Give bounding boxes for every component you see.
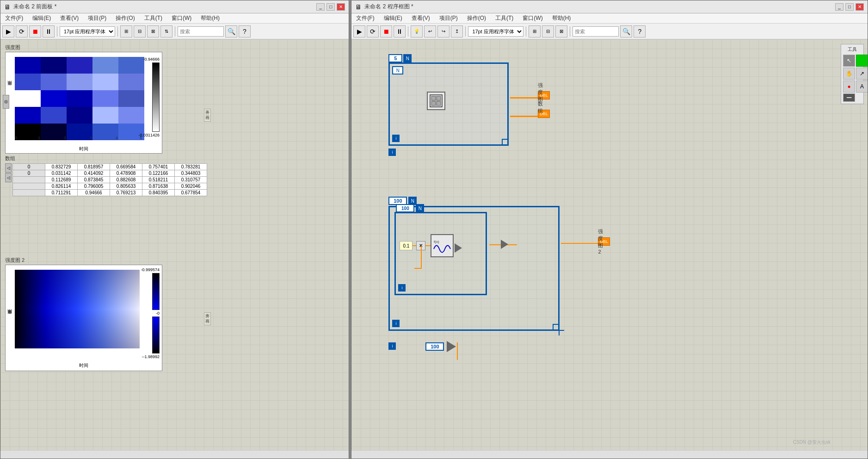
- top-for-loop[interactable]: N i: [388, 62, 509, 146]
- abort-button-right[interactable]: ⏹: [380, 25, 392, 37]
- cell-4-0: 0.711291: [45, 190, 78, 196]
- left-window: 🖥 未命名 2 前面板 * _ □ ✕ 文件(F) 编辑(E) 查看(V) 项目…: [0, 0, 349, 459]
- const-01[interactable]: 0.1: [400, 241, 412, 250]
- menu-edit-left[interactable]: 编辑(E): [30, 13, 54, 23]
- cell-1-idx: 0: [13, 170, 45, 177]
- menu-help-right[interactable]: 帮助(H): [549, 13, 574, 23]
- cell-4-2: 0.769213: [110, 190, 142, 196]
- cell-2-2: [67, 90, 92, 107]
- resize-button[interactable]: ⊠: [147, 25, 159, 37]
- cell-4-3: [92, 57, 118, 74]
- run-continuous-button[interactable]: ⟳: [16, 25, 28, 37]
- menu-operate-right[interactable]: 操作(O): [464, 13, 489, 23]
- cell-4-1: [41, 57, 67, 74]
- font-select-right[interactable]: 17pt 应用程序字体: [468, 26, 523, 37]
- left-window-title: 未命名 2 前面板 *: [13, 3, 56, 11]
- menu-project-right[interactable]: 项目(P): [437, 13, 461, 23]
- sine-function-block[interactable]: f(x): [431, 234, 454, 257]
- maximize-button-right[interactable]: □: [845, 3, 854, 11]
- tool-red[interactable]: ●: [843, 81, 855, 93]
- cell-3-3: [92, 74, 118, 90]
- align-button[interactable]: ⊞: [120, 25, 132, 37]
- inner-n-label2: N: [416, 204, 424, 212]
- menu-help-left[interactable]: 帮助(H): [198, 13, 222, 23]
- menu-view-right[interactable]: 查看(V): [409, 13, 433, 23]
- intensity-chart-2-container: 强度图 2: [5, 257, 162, 371]
- menu-window-left[interactable]: 窗口(W): [169, 13, 194, 23]
- menu-tools-left[interactable]: 工具(T): [142, 13, 165, 23]
- cell-0-1: [41, 124, 67, 140]
- run-button-right[interactable]: ▶: [353, 25, 365, 37]
- cell-1-1: 0.414092: [78, 170, 110, 177]
- pause-button[interactable]: ⏸: [43, 25, 55, 37]
- abort-button[interactable]: ⏹: [29, 25, 41, 37]
- search-input-left[interactable]: [178, 26, 224, 37]
- reorder-button[interactable]: ⇅: [160, 25, 172, 37]
- run-continuous-button-right[interactable]: ⟳: [367, 25, 379, 37]
- tool-arrow[interactable]: ↗: [856, 68, 868, 80]
- help-button-left[interactable]: ?: [239, 25, 251, 37]
- watermark: CSDN @萤火虫sk: [793, 439, 831, 446]
- highlight-button[interactable]: 💡: [411, 25, 423, 37]
- distribute-button[interactable]: ⊟: [134, 25, 146, 37]
- bottom-for-loop[interactable]: 100 N 0.1 × f(x): [388, 206, 560, 331]
- inner-n-value[interactable]: 100: [396, 204, 414, 212]
- step-over-button[interactable]: ↪: [437, 25, 449, 37]
- close-button-right[interactable]: ✕: [856, 3, 864, 11]
- search-input-right[interactable]: [573, 26, 619, 37]
- menu-view-left[interactable]: 查看(V): [57, 13, 81, 23]
- pause-button-right[interactable]: ⏸: [394, 25, 406, 37]
- tool-text[interactable]: A: [856, 81, 868, 93]
- align-button-right[interactable]: ⊞: [529, 25, 541, 37]
- menu-file-left[interactable]: 文件(F): [2, 13, 26, 23]
- tool-hand[interactable]: ✋: [843, 68, 855, 80]
- close-button[interactable]: ✕: [337, 3, 345, 11]
- cell-0-idx: 0: [13, 164, 45, 170]
- menu-window-right[interactable]: 窗口(W): [520, 13, 545, 23]
- cell-2-3: 0.518211: [142, 177, 175, 183]
- sep4: [408, 26, 408, 37]
- row-index-1[interactable]: ◁: [5, 173, 12, 182]
- inner-loop[interactable]: 100 N 0.1 × f(x): [394, 212, 487, 295]
- font-select-left[interactable]: 17pt 应用程序字体: [60, 26, 115, 37]
- step-into-button[interactable]: ↩: [424, 25, 436, 37]
- resize-button-right[interactable]: ⊠: [555, 25, 567, 37]
- bottom-value-box[interactable]: 100: [425, 342, 444, 351]
- search-button-right[interactable]: 🔍: [620, 25, 632, 37]
- tool-cursor[interactable]: ↖: [843, 55, 855, 67]
- cell-3-1: [41, 74, 67, 90]
- colorbar-gradient-1: [152, 62, 160, 132]
- menu-project-left[interactable]: 项目(P): [85, 13, 109, 23]
- menu-file-right[interactable]: 文件(F): [353, 13, 377, 23]
- step-out-button[interactable]: ↥: [451, 25, 463, 37]
- scroll-handle-icon-1: [4, 100, 8, 104]
- right-window-title: 未命名 2 程序框图 *: [364, 3, 413, 11]
- i-terminal-outside: i: [388, 149, 396, 156]
- heatmap-svg-2: 0 20 40 60 80 100 0 20 40 60 80 100: [15, 270, 140, 348]
- left-menu-bar: 文件(F) 编辑(E) 查看(V) 项目(P) 操作(O) 工具(T) 窗口(W…: [0, 13, 349, 24]
- annotation-box-2: 蒡画: [204, 312, 211, 325]
- maximize-button[interactable]: □: [326, 3, 335, 11]
- cell-2-3: [92, 90, 118, 107]
- minimize-button-right[interactable]: _: [835, 3, 843, 11]
- intensity-chart-1[interactable]: 频率: [5, 52, 162, 154]
- menu-tools-right[interactable]: 工具(T): [492, 13, 516, 23]
- scroll-handle-1[interactable]: [3, 95, 9, 109]
- top-n-value[interactable]: 5: [388, 54, 402, 62]
- menu-edit-right[interactable]: 编辑(E): [381, 13, 405, 23]
- right-canvas[interactable]: 工具 ↖ ✋ ↗ ● A ━━ 5 N N: [351, 39, 868, 450]
- run-button[interactable]: ▶: [2, 25, 14, 37]
- search-button-left[interactable]: 🔍: [225, 25, 237, 37]
- minimize-button[interactable]: _: [316, 3, 325, 11]
- tool-green[interactable]: [856, 55, 868, 67]
- cell-2-0: [15, 90, 41, 107]
- intensity-chart-2[interactable]: 0 20 40 60 80 100 0 20 40 60 80 100: [5, 265, 162, 371]
- tool-wire[interactable]: ━━: [843, 93, 855, 102]
- table-row-0: 0 0.832729 0.818957 0.669584 0.757401 0.…: [13, 164, 207, 170]
- row-index-0[interactable]: ◁: [5, 163, 12, 173]
- menu-operate-left[interactable]: 操作(O): [113, 13, 137, 23]
- left-canvas[interactable]: 强度图 频率: [0, 39, 349, 450]
- distribute-button-right[interactable]: ⊟: [542, 25, 554, 37]
- array-function-block[interactable]: [427, 92, 445, 110]
- help-button-right[interactable]: ?: [634, 25, 646, 37]
